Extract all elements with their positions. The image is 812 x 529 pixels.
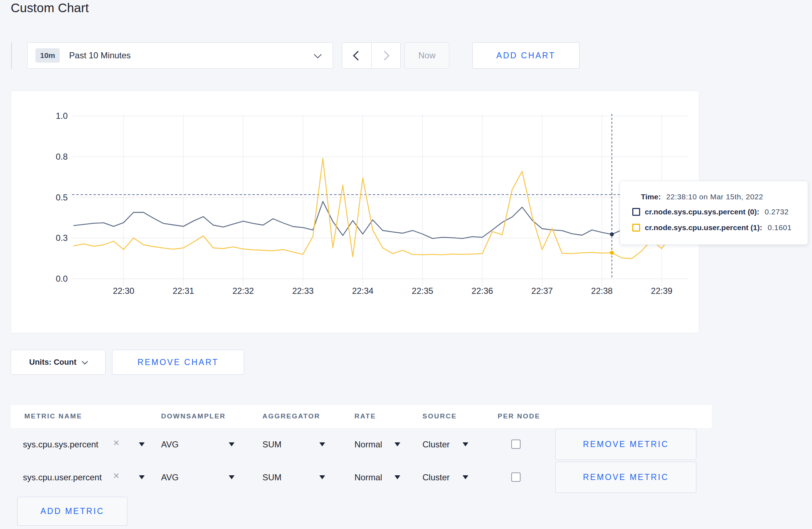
remove-metric-button[interactable]: REMOVE METRIC <box>555 462 696 493</box>
rate-select[interactable]: Normal <box>354 428 400 461</box>
aggregator-select[interactable]: SUM <box>262 428 325 461</box>
add-metric-button[interactable]: ADD METRIC <box>17 497 127 526</box>
svg-text:22:38: 22:38 <box>591 286 613 296</box>
downsampler-value: AVG <box>161 440 179 450</box>
select-caret-icon <box>139 442 145 446</box>
source-value: Cluster <box>422 440 450 450</box>
column-header-aggregator: AGGREGATOR <box>262 412 320 420</box>
units-dropdown[interactable]: Units: Count <box>11 350 106 375</box>
svg-text:22:33: 22:33 <box>292 286 314 296</box>
svg-text:22:35: 22:35 <box>412 286 433 296</box>
svg-text:0.0: 0.0 <box>56 274 68 283</box>
add-chart-button[interactable]: ADD CHART <box>472 42 580 69</box>
select-caret-icon <box>319 475 325 479</box>
select-caret-icon <box>229 475 235 479</box>
svg-text:22:34: 22:34 <box>352 286 373 296</box>
tooltip-series-row: cr.node.sys.cpu.sys.percent (0): 0.2732 <box>620 204 808 220</box>
svg-text:22:36: 22:36 <box>472 286 493 296</box>
table-row: sys.cpu.user.percent × AVG SUM Normal Cl… <box>11 461 712 494</box>
per-node-checkbox[interactable] <box>511 472 521 482</box>
tooltip-time-label: Time: <box>641 193 661 201</box>
select-caret-icon <box>463 442 468 446</box>
aggregator-select[interactable]: SUM <box>262 461 325 494</box>
prev-time-button[interactable] <box>342 43 371 68</box>
units-label: Units: Count <box>29 358 77 367</box>
column-header-metric-name: METRIC NAME <box>24 412 82 420</box>
now-button[interactable]: Now <box>405 42 449 69</box>
svg-text:22:39: 22:39 <box>651 286 672 296</box>
svg-text:0.5: 0.5 <box>56 193 68 202</box>
time-range-label: Past 10 Minutes <box>69 50 131 60</box>
rate-select[interactable]: Normal <box>354 461 400 494</box>
table-row: sys.cpu.sys.percent × AVG SUM Normal Clu… <box>11 428 712 461</box>
svg-text:22:31: 22:31 <box>173 286 194 296</box>
tooltip-time-value: 22:38:10 on Mar 15th, 2022 <box>666 193 763 201</box>
timeseries-chart[interactable]: 22:3022:3122:3222:3322:3422:3522:3622:37… <box>11 91 699 333</box>
time-range-badge: 10m <box>35 48 60 63</box>
svg-text:22:32: 22:32 <box>232 286 254 296</box>
chevron-down-icon <box>314 51 322 58</box>
toolbar-divider <box>11 42 12 69</box>
rate-value: Normal <box>354 440 382 450</box>
svg-text:0.3: 0.3 <box>56 233 68 243</box>
column-header-downsampler: DOWNSAMPLER <box>161 412 226 420</box>
metrics-table-header: METRIC NAME DOWNSAMPLER AGGREGATOR RATE … <box>11 405 712 428</box>
user-series-swatch-icon <box>632 224 640 232</box>
remove-chart-button[interactable]: REMOVE CHART <box>112 350 244 375</box>
per-node-checkbox[interactable] <box>511 440 521 449</box>
metric-name-value: sys.cpu.user.percent <box>23 472 102 482</box>
remove-metric-button[interactable]: REMOVE METRIC <box>555 429 696 460</box>
column-header-per-node: PER NODE <box>498 412 540 420</box>
source-select[interactable]: Cluster <box>422 428 468 461</box>
page-title: Custom Chart <box>11 1 89 15</box>
chart-panel[interactable]: 22:3022:3122:3222:3322:3422:3522:3622:37… <box>11 91 699 333</box>
chevron-down-icon <box>82 359 88 365</box>
rate-value: Normal <box>354 472 382 482</box>
aggregator-value: SUM <box>262 472 281 482</box>
tooltip-series-row: cr.node.sys.cpu.user.percent (1): 0.1601 <box>620 220 808 236</box>
tooltip-series-value: 0.1601 <box>768 223 792 232</box>
column-header-rate: RATE <box>354 412 376 420</box>
downsampler-select[interactable]: AVG <box>161 428 235 461</box>
downsampler-value: AVG <box>161 472 179 482</box>
source-select[interactable]: Cluster <box>422 461 468 494</box>
clear-metric-icon[interactable]: × <box>113 437 120 448</box>
time-nav-group <box>342 42 401 69</box>
time-range-dropdown[interactable]: 10m Past 10 Minutes <box>27 42 333 69</box>
select-caret-icon <box>395 475 400 479</box>
source-value: Cluster <box>422 472 450 482</box>
metric-name-value: sys.cpu.sys.percent <box>23 440 98 450</box>
clear-metric-icon[interactable]: × <box>113 470 120 481</box>
metric-name-select[interactable]: sys.cpu.user.percent × <box>23 461 145 494</box>
svg-text:0.8: 0.8 <box>56 152 68 161</box>
tooltip-series-label: cr.node.sys.cpu.user.percent (1): <box>645 223 762 232</box>
next-time-button[interactable] <box>371 43 401 68</box>
select-caret-icon <box>463 475 468 479</box>
select-caret-icon <box>139 475 145 479</box>
tooltip-series-value: 0.2732 <box>765 208 789 216</box>
metric-name-select[interactable]: sys.cpu.sys.percent × <box>23 428 145 461</box>
chart-hover-tooltip: Time: 22:38:10 on Mar 15th, 2022 cr.node… <box>620 181 808 245</box>
column-header-source: SOURCE <box>422 412 457 420</box>
svg-text:22:30: 22:30 <box>113 286 134 296</box>
svg-text:1.0: 1.0 <box>56 111 68 121</box>
tooltip-series-label: cr.node.sys.cpu.sys.percent (0): <box>645 208 759 216</box>
downsampler-select[interactable]: AVG <box>161 461 235 494</box>
chevron-left-icon <box>353 51 363 60</box>
select-caret-icon <box>319 442 325 446</box>
svg-text:22:37: 22:37 <box>531 286 553 296</box>
chevron-right-icon <box>380 51 390 60</box>
select-caret-icon <box>229 442 235 446</box>
sys-series-swatch-icon <box>632 208 640 216</box>
select-caret-icon <box>395 442 400 446</box>
aggregator-value: SUM <box>262 440 281 450</box>
tooltip-time-row: Time: 22:38:10 on Mar 15th, 2022 <box>620 190 808 204</box>
